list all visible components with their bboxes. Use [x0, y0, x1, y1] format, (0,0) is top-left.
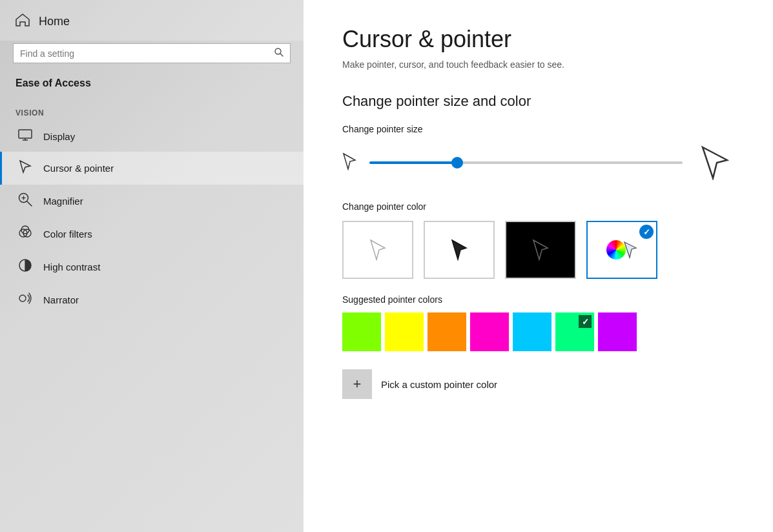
search-input[interactable] — [20, 48, 274, 59]
svg-rect-14 — [19, 295, 26, 302]
cursor-pointer-label: Cursor & pointer — [43, 163, 114, 174]
sidebar: Home Ease of Access Vision Display — [0, 0, 304, 532]
color-option-black[interactable] — [424, 221, 495, 279]
swatch-magenta[interactable] — [470, 312, 509, 351]
ease-of-access-label: Ease of Access — [0, 74, 304, 99]
slider-fill — [369, 161, 457, 164]
custom-color-row: + Pick a custom pointer color — [342, 365, 734, 403]
swatch-green[interactable]: ✓ — [555, 312, 594, 351]
swatch-lime[interactable] — [342, 312, 381, 351]
display-icon — [17, 129, 33, 144]
svg-line-1 — [280, 54, 283, 56]
large-cursor-preview — [696, 143, 734, 182]
sidebar-item-magnifier[interactable]: Magnifier — [0, 185, 304, 218]
sidebar-item-display[interactable]: Display — [0, 121, 304, 152]
color-option-black-bg[interactable] — [505, 221, 576, 279]
page-subtitle: Make pointer, cursor, and touch feedback… — [342, 59, 734, 70]
svg-rect-2 — [19, 130, 32, 138]
custom-color-button[interactable]: + — [342, 369, 372, 399]
plus-icon: + — [353, 376, 362, 393]
page-title: Cursor & pointer — [342, 26, 734, 53]
pointer-size-slider[interactable] — [369, 156, 683, 169]
slider-track — [369, 161, 683, 164]
main-content: Cursor & pointer Make pointer, cursor, a… — [304, 0, 773, 532]
small-cursor-icon — [342, 152, 356, 174]
swatch-orange[interactable] — [428, 312, 466, 351]
high-contrast-icon — [17, 258, 33, 276]
svg-line-6 — [27, 201, 32, 206]
display-label: Display — [43, 131, 75, 142]
custom-color-label: Pick a custom pointer color — [381, 379, 497, 390]
narrator-label: Narrator — [43, 294, 79, 305]
slider-thumb[interactable] — [451, 157, 463, 169]
home-label: Home — [39, 15, 70, 28]
color-option-custom[interactable]: ✓ — [586, 221, 657, 279]
search-box — [13, 43, 291, 63]
cursor-icon — [17, 159, 33, 177]
color-filters-label: Color filters — [43, 229, 92, 240]
pointer-size-label: Change pointer size — [342, 124, 734, 134]
color-options: ✓ — [342, 221, 734, 279]
suggested-colors-row: ✓ — [342, 312, 734, 351]
search-button[interactable] — [274, 48, 283, 59]
sidebar-item-narrator[interactable]: Narrator — [0, 283, 304, 316]
pointer-size-row — [342, 143, 734, 182]
sidebar-item-cursor-pointer[interactable]: Cursor & pointer — [0, 152, 304, 185]
magnifier-label: Magnifier — [43, 196, 83, 207]
sidebar-item-color-filters[interactable]: Color filters — [0, 218, 304, 251]
vision-section-label: Vision — [0, 99, 304, 121]
color-filters-icon — [17, 225, 33, 243]
swatch-purple[interactable] — [598, 312, 637, 351]
pointer-color-label: Change pointer color — [342, 201, 734, 212]
home-icon — [15, 13, 30, 30]
selected-checkmark: ✓ — [639, 225, 654, 239]
swatch-cyan[interactable] — [513, 312, 551, 351]
sidebar-item-high-contrast[interactable]: High contrast — [0, 251, 304, 283]
color-option-white[interactable] — [342, 221, 413, 279]
swatch-yellow[interactable] — [385, 312, 424, 351]
magnifier-icon — [17, 192, 33, 210]
high-contrast-label: High contrast — [43, 261, 100, 272]
narrator-icon — [17, 291, 33, 309]
section-title: Change pointer size and color — [342, 93, 734, 110]
sidebar-home-button[interactable]: Home — [0, 0, 304, 41]
search-box-wrap — [0, 41, 304, 74]
suggested-colors-label: Suggested pointer colors — [342, 294, 734, 305]
